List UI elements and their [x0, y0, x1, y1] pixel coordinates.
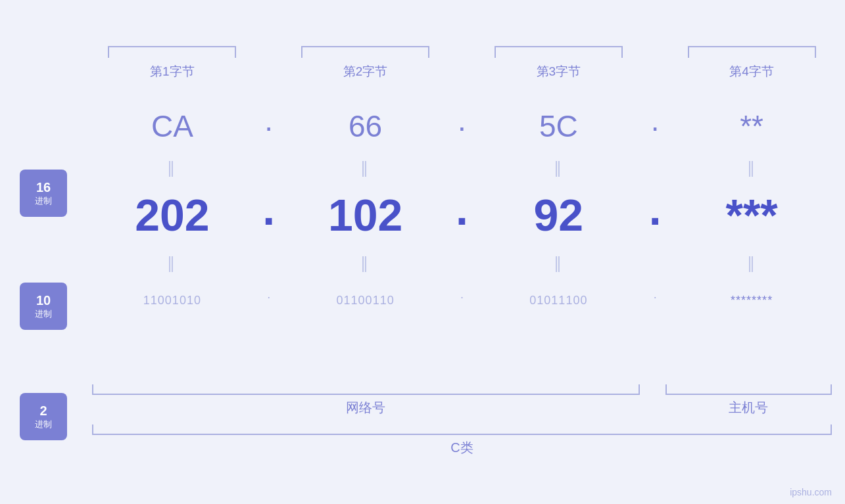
- watermark: ipshu.com: [790, 487, 832, 497]
- net-host-row: 网络号 主机号: [92, 384, 832, 417]
- dot-dec-3: .: [649, 176, 662, 242]
- top-bracket-3: [495, 46, 623, 58]
- network-bracket-bar: [92, 384, 640, 395]
- dec-val-2: 102: [328, 182, 402, 248]
- dot-hex-2: .: [458, 94, 466, 147]
- eq-1: ‖: [167, 152, 177, 182]
- class-label: C类: [450, 439, 473, 457]
- network-bracket-wrap: 网络号: [92, 384, 640, 417]
- byte-header-2: 第2字节: [343, 63, 388, 80]
- dot-hex-3: .: [651, 94, 660, 147]
- dec-label: 10 进制: [20, 283, 67, 330]
- bin-val-1: 11001010: [143, 277, 201, 323]
- host-bracket-wrap: 主机号: [665, 384, 832, 417]
- bin-label-sub: 进制: [35, 419, 52, 430]
- eq-4: ‖: [747, 152, 757, 182]
- class-wrap: C类: [92, 424, 832, 457]
- hex-val-3: 5C: [539, 100, 578, 152]
- top-bracket-4: [688, 46, 816, 58]
- page-container: 16 进制 10 进制 2 进制 第1字节 CA ‖ 202 ‖ 1100101…: [0, 0, 845, 504]
- dot-bin-2: .: [460, 271, 464, 317]
- bin-val-4: ********: [731, 277, 773, 323]
- byte-col-3: 第3字节 5C ‖ 92 ‖ 01011100: [479, 46, 639, 323]
- host-bracket-bar: [665, 384, 832, 395]
- byte-col-1: 第1字节 CA ‖ 202 ‖ 11001010: [92, 46, 253, 323]
- byte-header-3: 第3字节: [537, 63, 581, 80]
- eq-3: ‖: [554, 152, 564, 182]
- hex-label-num: 16: [36, 180, 51, 195]
- dot-hex-1: .: [264, 94, 273, 147]
- class-bar: [92, 424, 832, 435]
- sep-col-1: . . .: [253, 46, 285, 317]
- hex-val-2: 66: [349, 100, 382, 152]
- bottom-section: 网络号 主机号 C类: [92, 384, 832, 457]
- byte-col-2: 第2字节 66 ‖ 102 ‖ 01100110: [285, 46, 446, 323]
- hex-val-4: **: [740, 100, 763, 152]
- dec-label-num: 10: [36, 293, 51, 308]
- bin-label: 2 进制: [20, 393, 67, 440]
- bin-val-2: 01100110: [337, 277, 395, 323]
- hex-val-1: CA: [151, 100, 193, 152]
- sep-col-2: . . .: [446, 46, 479, 317]
- dot-dec-1: .: [262, 176, 275, 242]
- dec-val-1: 202: [135, 182, 209, 248]
- sep-col-3: . . .: [639, 46, 671, 317]
- byte-header-1: 第1字节: [150, 63, 195, 80]
- byte-col-4: 第4字节 ** ‖ *** ‖ ********: [671, 46, 832, 323]
- hex-label: 16 进制: [20, 170, 67, 217]
- top-bracket-1: [108, 46, 236, 58]
- dec-val-4: ***: [725, 182, 777, 248]
- dot-bin-3: .: [654, 271, 657, 317]
- network-label: 网络号: [346, 399, 385, 417]
- column-layout: 第1字节 CA ‖ 202 ‖ 11001010 . . . 第2字节 66: [92, 46, 832, 323]
- dot-dec-2: .: [456, 176, 468, 242]
- bin-val-3: 01011100: [529, 277, 587, 323]
- dec-label-sub: 进制: [35, 308, 52, 320]
- eq2-3: ‖: [554, 248, 564, 277]
- eq2-1: ‖: [167, 248, 177, 277]
- dec-val-3: 92: [534, 182, 584, 248]
- host-label: 主机号: [729, 399, 768, 417]
- eq2-4: ‖: [747, 248, 757, 277]
- eq-2: ‖: [360, 152, 370, 182]
- bin-label-num: 2: [39, 403, 47, 419]
- eq2-2: ‖: [360, 248, 370, 277]
- main-layout: 第1字节 CA ‖ 202 ‖ 11001010 . . . 第2字节 66: [92, 0, 832, 504]
- top-bracket-2: [301, 46, 429, 58]
- hex-label-sub: 进制: [35, 195, 52, 207]
- dot-bin-1: .: [267, 271, 270, 317]
- byte-header-4: 第4字节: [729, 63, 774, 80]
